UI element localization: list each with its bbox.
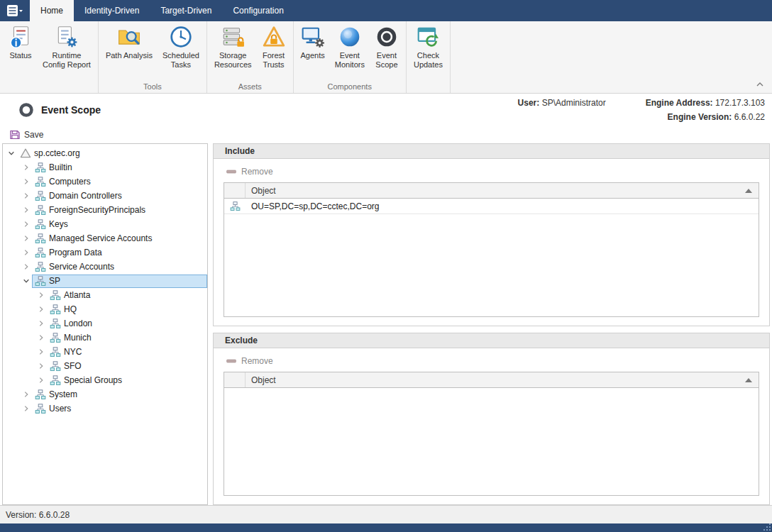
chevron-down-icon[interactable] bbox=[6, 148, 17, 159]
tree-item-computers[interactable]: Computers bbox=[3, 174, 207, 189]
tree-item-keys[interactable]: Keys bbox=[3, 217, 207, 231]
ribbon-button-event-monitors[interactable]: Event Monitors bbox=[330, 21, 370, 71]
chevron-right-icon[interactable] bbox=[35, 360, 47, 372]
chevron-right-icon[interactable] bbox=[21, 261, 32, 272]
tab-configuration[interactable]: Configuration bbox=[222, 0, 294, 21]
tree-item-sp-cctec-org[interactable]: sp.cctec.org bbox=[3, 146, 207, 160]
chevron-right-icon[interactable] bbox=[21, 204, 32, 216]
tree-item-foreignsecurityprincipals[interactable]: ForeignSecurityPrincipals bbox=[3, 203, 207, 217]
chevron-right-icon[interactable] bbox=[35, 375, 47, 386]
scope-tree: sp.cctec.orgBuiltinComputersDomain Contr… bbox=[2, 143, 208, 505]
app-menu-button[interactable] bbox=[0, 0, 30, 21]
tab-home[interactable]: Home bbox=[30, 0, 74, 21]
tree-item-builtin[interactable]: Builtin bbox=[3, 160, 207, 174]
collapse-ribbon-icon[interactable] bbox=[754, 79, 766, 90]
chevron-right-icon[interactable] bbox=[21, 403, 32, 414]
tree-item-content[interactable]: Munich bbox=[47, 331, 207, 345]
ribbon-button-event-scope[interactable]: Event Scope bbox=[370, 21, 404, 71]
tree-item-users[interactable]: Users bbox=[3, 401, 207, 416]
tree-item-program-data[interactable]: Program Data bbox=[3, 245, 207, 260]
chevron-right-icon[interactable] bbox=[21, 176, 32, 187]
tree-item-content[interactable]: Domain Controllers bbox=[32, 189, 207, 203]
tree-item-content[interactable]: ForeignSecurityPrincipals bbox=[32, 204, 207, 217]
user-info: User: SP\Administrator bbox=[518, 98, 606, 108]
ribbon-button-storage-resources[interactable]: Storage Resources bbox=[209, 21, 257, 71]
chevron-right-icon[interactable] bbox=[35, 318, 47, 329]
app-menu-icon bbox=[6, 4, 23, 17]
ribbon-tabs: HomeIdentity-DrivenTarget-DrivenConfigur… bbox=[30, 0, 294, 21]
ribbon-button-agents[interactable]: Agents bbox=[296, 21, 330, 62]
titlebar: HomeIdentity-DrivenTarget-DrivenConfigur… bbox=[0, 0, 772, 21]
tree-item-content[interactable]: NYC bbox=[47, 345, 207, 359]
tree-item-atlanta[interactable]: Atlanta bbox=[3, 288, 207, 302]
tree-item-domain-controllers[interactable]: Domain Controllers bbox=[3, 189, 207, 203]
object-table-row[interactable]: OU=SP,DC=sp,DC=cctec,DC=org bbox=[224, 199, 759, 214]
object-column-header[interactable]: Object bbox=[246, 375, 276, 385]
include-remove-button[interactable]: Remove bbox=[224, 165, 276, 178]
resize-grip-icon[interactable] bbox=[763, 523, 771, 531]
exclude-body: Remove Object bbox=[214, 348, 769, 504]
ou-icon bbox=[35, 218, 46, 230]
ribbon-button-path-analysis[interactable]: Path Analysis bbox=[101, 21, 158, 62]
tree-item-nyc[interactable]: NYC bbox=[3, 345, 207, 359]
tree-item-content[interactable]: Keys bbox=[32, 218, 207, 231]
chevron-right-icon[interactable] bbox=[35, 289, 47, 301]
tree-item-content[interactable]: Program Data bbox=[32, 246, 207, 260]
tree-item-managed-service-accounts[interactable]: Managed Service Accounts bbox=[3, 231, 207, 245]
object-column-header[interactable]: Object bbox=[246, 186, 276, 196]
tree-item-content[interactable]: Computers bbox=[32, 175, 207, 189]
tree-item-sfo[interactable]: SFO bbox=[3, 359, 207, 373]
tree-item-content[interactable]: HQ bbox=[47, 303, 207, 316]
tree-item-label: Keys bbox=[49, 219, 68, 229]
tree-item-service-accounts[interactable]: Service Accounts bbox=[3, 260, 207, 274]
tab-identity-driven[interactable]: Identity-Driven bbox=[74, 0, 150, 21]
save-button-label: Save bbox=[24, 130, 43, 140]
chevron-right-icon[interactable] bbox=[21, 162, 32, 173]
tree-item-content[interactable]: sp.cctec.org bbox=[17, 147, 207, 160]
tree-item-content[interactable]: SP bbox=[32, 275, 207, 288]
status-bar: Version: 6.6.0.28 bbox=[0, 505, 772, 523]
sort-ascending-icon[interactable] bbox=[745, 378, 752, 382]
chevron-right-icon[interactable] bbox=[35, 346, 47, 358]
save-button[interactable]: Save bbox=[5, 128, 48, 142]
chevron-right-icon[interactable] bbox=[35, 304, 47, 315]
tree-item-content[interactable]: Special Groups bbox=[47, 374, 207, 387]
tree-item-label: Users bbox=[49, 404, 71, 414]
sort-ascending-icon[interactable] bbox=[745, 189, 752, 193]
ribbon-button-scheduled-tasks[interactable]: Scheduled Tasks bbox=[158, 21, 204, 71]
tree-item-content[interactable]: Users bbox=[32, 402, 207, 416]
exclude-remove-button[interactable]: Remove bbox=[224, 355, 276, 367]
page-title: Event Scope bbox=[41, 104, 101, 116]
tree-item-munich[interactable]: Munich bbox=[3, 331, 207, 345]
user-label: User: bbox=[518, 98, 540, 108]
ribbon: StatusRuntime Config ReportPath Analysis… bbox=[0, 21, 772, 94]
chevron-right-icon[interactable] bbox=[35, 332, 47, 343]
ribbon-button-runtime-config-report[interactable]: Runtime Config Report bbox=[38, 21, 96, 71]
ribbon-button-check-updates[interactable]: Check Updates bbox=[409, 21, 448, 71]
tree-item-content[interactable]: Service Accounts bbox=[32, 260, 207, 274]
tree-item-hq[interactable]: HQ bbox=[3, 302, 207, 316]
chevron-right-icon[interactable] bbox=[21, 190, 32, 201]
tree-item-london[interactable]: London bbox=[3, 316, 207, 331]
tree-item-special-groups[interactable]: Special Groups bbox=[3, 373, 207, 387]
ribbon-button-status[interactable]: Status bbox=[4, 21, 38, 62]
ribbon-button-forest-trusts[interactable]: Forest Trusts bbox=[257, 21, 291, 71]
tree-item-label: sp.cctec.org bbox=[34, 148, 80, 158]
check-updates-icon bbox=[416, 25, 440, 49]
tree-item-system[interactable]: System bbox=[3, 387, 207, 401]
tree-item-content[interactable]: Managed Service Accounts bbox=[32, 232, 207, 245]
chevron-right-icon[interactable] bbox=[21, 247, 32, 258]
event-scope-ring-icon bbox=[18, 102, 34, 118]
chevron-right-icon[interactable] bbox=[21, 233, 32, 244]
chevron-down-icon[interactable] bbox=[21, 275, 32, 287]
tab-target-driven[interactable]: Target-Driven bbox=[150, 0, 222, 21]
chevron-right-icon[interactable] bbox=[21, 389, 32, 400]
tree-item-content[interactable]: System bbox=[32, 388, 207, 401]
chevron-right-icon[interactable] bbox=[21, 218, 32, 230]
tree-item-content[interactable]: Atlanta bbox=[47, 289, 207, 302]
tree-item-content[interactable]: London bbox=[47, 317, 207, 331]
engine-info: User: SP\Administrator Engine Address: 1… bbox=[518, 98, 765, 122]
tree-item-content[interactable]: SFO bbox=[47, 360, 207, 373]
tree-item-content[interactable]: Builtin bbox=[32, 161, 207, 174]
tree-item-sp[interactable]: SP bbox=[3, 274, 207, 288]
